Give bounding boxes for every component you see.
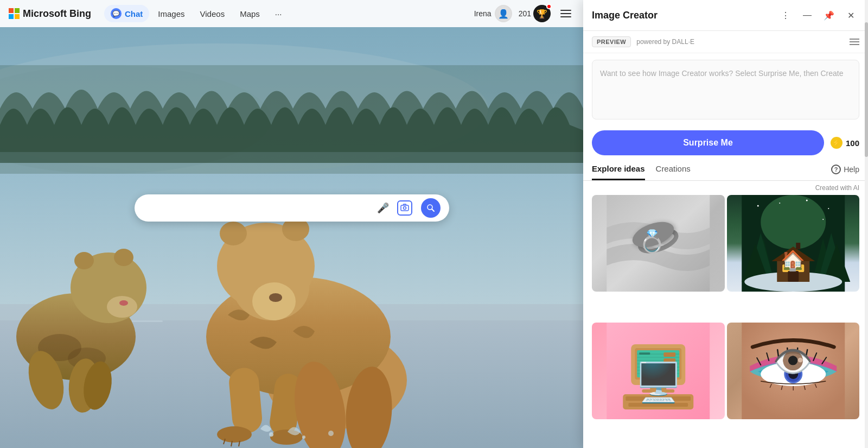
panel-menu-button[interactable] (850, 39, 859, 45)
search-submit-button[interactable] (421, 198, 441, 218)
svg-point-89 (786, 367, 801, 382)
gallery-item-ring[interactable] (592, 195, 725, 292)
nav-right: Irena 👤 201 🏆 (474, 5, 575, 22)
nav-link-maps-label: Maps (240, 9, 260, 18)
minimize-button[interactable]: — (799, 7, 816, 24)
nav-link-videos-label: Videos (200, 9, 225, 18)
user-area[interactable]: Irena 👤 (474, 5, 512, 22)
menu-line-3 (850, 44, 859, 45)
ms-logo-cell-green (15, 8, 20, 13)
gallery-img-ring-svg (592, 195, 725, 292)
svg-point-37 (302, 436, 305, 439)
created-with-ai-label: Created with AI (583, 181, 868, 195)
nav-link-more[interactable]: ··· (269, 6, 289, 22)
nav-link-chat-label: Chat (125, 9, 143, 18)
prompt-placeholder-text: Want to see how Image Creator works? Sel… (600, 69, 843, 78)
tab-creations[interactable]: Creations (656, 164, 691, 180)
nav-links: 💬 Chat Images Videos Maps ··· (104, 5, 288, 22)
svg-rect-59 (795, 264, 804, 272)
svg-rect-78 (639, 352, 650, 355)
nav-link-images[interactable]: Images (151, 6, 191, 22)
gallery-item-cabin[interactable] (727, 195, 860, 292)
svg-point-36 (269, 432, 273, 437)
dalle-label: powered by DALL·E (636, 38, 694, 46)
search-container: 🎤 (135, 194, 449, 222)
voice-search-button[interactable]: 🎤 (375, 200, 391, 216)
svg-point-13 (114, 249, 133, 266)
menu-line-3 (560, 16, 571, 17)
created-ai-text: Created with AI (815, 184, 859, 192)
svg-rect-79 (650, 385, 666, 390)
nav-link-videos[interactable]: Videos (194, 6, 232, 22)
svg-point-63 (779, 203, 780, 204)
preview-badge: PREVIEW (592, 36, 631, 47)
panel-scrollbar-thumb (865, 22, 868, 157)
menu-line-1 (850, 39, 859, 40)
microsoft-logo (9, 8, 20, 19)
svg-point-11 (119, 300, 128, 306)
svg-point-24 (269, 293, 282, 302)
navbar: Microsoft Bing 💬 Chat Images Videos Maps… (0, 0, 583, 27)
svg-point-25 (220, 222, 247, 245)
panel-actions: ⋮ — 📌 ✕ (777, 7, 859, 24)
rewards-area[interactable]: 201 🏆 (519, 5, 551, 22)
svg-rect-82 (626, 396, 691, 401)
logo-area[interactable]: Microsoft Bing (9, 8, 91, 20)
svg-point-29 (217, 426, 252, 443)
lightning-icon: ⚡ (832, 139, 840, 147)
surprise-me-button[interactable]: Surprise Me (592, 130, 824, 155)
svg-point-45 (647, 232, 658, 243)
panel-scrollbar[interactable] (865, 0, 868, 448)
svg-rect-61 (796, 243, 800, 249)
svg-point-46 (649, 234, 656, 241)
svg-line-42 (432, 209, 434, 211)
svg-point-64 (806, 200, 807, 201)
pin-button[interactable]: 📌 (820, 7, 838, 24)
coin-count: 100 (846, 138, 859, 148)
tab-creations-label: Creations (656, 164, 691, 173)
ms-logo-cell-blue (9, 14, 14, 19)
svg-rect-80 (642, 389, 674, 393)
close-panel-button[interactable]: ✕ (842, 7, 859, 24)
nav-link-maps[interactable]: Maps (233, 6, 266, 22)
nav-link-chat[interactable]: 💬 Chat (104, 5, 149, 22)
nav-link-more-label: ··· (275, 9, 282, 18)
gallery-img-cabin-svg (727, 195, 860, 292)
panel-header: Image Creator ⋮ — 📌 ✕ (583, 0, 868, 31)
gallery-img-eye-svg (727, 323, 860, 419)
tab-explore-ideas[interactable]: Explore ideas (592, 164, 645, 180)
search-icons: 🎤 (375, 198, 441, 218)
svg-point-62 (757, 205, 758, 207)
coin-icon: ⚡ (831, 137, 843, 149)
visual-search-button[interactable] (397, 200, 412, 216)
nav-link-images-label: Images (158, 9, 184, 18)
rewards-icon: 🏆 (533, 5, 551, 22)
help-label: Help (844, 165, 859, 174)
rewards-count: 201 (519, 9, 531, 18)
prompt-area[interactable]: Want to see how Image Creator works? Sel… (592, 60, 859, 119)
chat-bubble-icon: 💬 (111, 8, 122, 19)
svg-point-40 (403, 206, 406, 209)
svg-point-48 (761, 195, 826, 249)
help-circle-icon: ? (831, 165, 841, 174)
image-creator-panel: Image Creator ⋮ — 📌 ✕ PREVIEW powered by… (583, 0, 868, 448)
coins-area: ⚡ 100 (831, 137, 859, 149)
user-avatar: 👤 (495, 5, 512, 22)
bing-brand-text: Microsoft Bing (23, 8, 91, 20)
panel-title: Image Creator (592, 10, 773, 21)
search-input[interactable] (143, 203, 375, 213)
more-options-button[interactable]: ⋮ (777, 7, 794, 24)
svg-point-91 (794, 369, 798, 373)
surprise-area: Surprise Me ⚡ 100 (583, 126, 868, 160)
svg-point-65 (828, 208, 829, 209)
hamburger-menu-button[interactable] (557, 5, 575, 22)
panel-badges: PREVIEW powered by DALL·E (583, 31, 868, 53)
panel-tabs: Explore ideas Creations ? Help (583, 160, 868, 181)
tab-explore-ideas-label: Explore ideas (592, 164, 645, 173)
help-button[interactable]: ? Help (831, 165, 859, 180)
menu-line-1 (560, 10, 571, 11)
gallery-item-computer[interactable] (592, 323, 725, 419)
user-name: Irena (474, 9, 492, 18)
svg-rect-39 (401, 205, 409, 211)
gallery-item-eye[interactable] (727, 323, 860, 419)
